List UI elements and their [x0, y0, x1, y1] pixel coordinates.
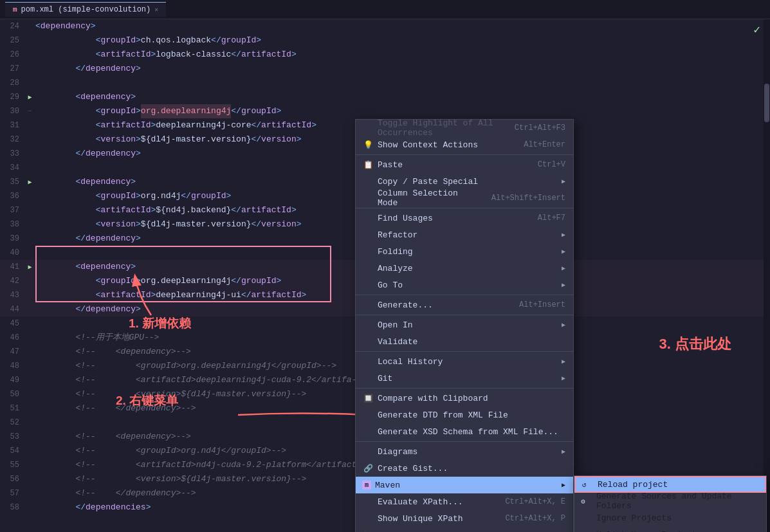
menu-item-unique-xpath[interactable]: Show Unique XPath Ctrl+Alt+X, P — [356, 510, 573, 527]
code-line: <!-- <artifactId>deeplearning4j-cuda-9.2… — [35, 373, 367, 387]
line-number: 47 — [0, 347, 24, 356]
code-line: <!-- </dependency>--> — [35, 486, 196, 500]
line-number: 56 — [0, 475, 24, 484]
code-line: <artifactId>deeplearning4j-core</artifac… — [35, 118, 316, 133]
code-line: <version>${dl4j-master.version}</version… — [35, 217, 302, 232]
line-number: 54 — [0, 446, 24, 455]
menu-item-find-usages[interactable]: Find Usages Alt+F7 — [356, 210, 573, 226]
menu-item-validate[interactable]: Validate — [356, 333, 573, 350]
code-line: <!-- <version>${dl4j-master.version}--> — [35, 387, 306, 401]
menu-item-goto[interactable]: Go To ▶ — [356, 277, 573, 293]
gist-icon: 🔗 — [362, 464, 374, 473]
code-line: <groupId>ch.qos.logback</groupId> — [35, 33, 261, 48]
arrow-icon: ▶ — [562, 248, 565, 255]
submenu-item-label: Reload project — [598, 480, 668, 490]
menu-item-open-in[interactable]: Open In ▶ — [356, 316, 573, 333]
menu-item-generate-xsd[interactable]: Generate XSD Schema from XML File... — [356, 423, 573, 440]
menu-item-toggle-highlight[interactable]: Toggle Highlight of All Occurrences Ctrl… — [356, 120, 573, 136]
line-number: 28 — [0, 78, 24, 87]
table-row: 30 − <groupId>org.deeplearning4j</groupI… — [0, 104, 770, 118]
menu-item-label: Copy / Paste Special — [378, 177, 559, 187]
menu-item-column-selection[interactable]: Column Selection Mode Alt+Shift+Insert — [356, 190, 573, 206]
menu-item-label: Column Selection Mode — [378, 188, 479, 208]
code-line: <dependency> — [35, 175, 136, 189]
table-row: 24 <dependency> — [0, 19, 770, 33]
gutter-icons: ▶ — [24, 178, 35, 186]
menu-item-evaluate-xpath[interactable]: Evaluate XPath... Ctrl+Alt+X, E — [356, 493, 573, 510]
tab-close-button[interactable]: ✕ — [154, 6, 158, 14]
menu-item-label: Paste — [378, 160, 525, 170]
code-line: <groupId>org.deeplearning4j</groupId> — [35, 274, 281, 288]
arrow-icon: ▶ — [562, 321, 565, 329]
scrollbar-thumb[interactable] — [764, 84, 769, 122]
code-line: <!-- <groupId>org.deeplearning4j</groupI… — [35, 359, 336, 373]
menu-item-label: Local History — [378, 357, 559, 367]
menu-item-generate[interactable]: Generate... Alt+Insert — [356, 297, 573, 313]
line-number: 48 — [0, 362, 24, 371]
line-number: 45 — [0, 319, 24, 328]
menu-item-generate-dtd[interactable]: Generate DTD from XML File — [356, 407, 573, 423]
code-line: <artifactId>${nd4j.backend}</artifactId> — [35, 203, 297, 217]
status-indicator: ✓ — [753, 23, 760, 37]
menu-item-label: Maven — [375, 481, 559, 490]
menu-item-create-gist[interactable]: 🔗 Create Gist... — [356, 460, 573, 477]
line-number: 42 — [0, 277, 24, 286]
menu-separator — [356, 388, 573, 389]
code-line: <!-- </dependency>--> — [35, 401, 196, 416]
menu-separator — [356, 315, 573, 315]
menu-item-context-actions[interactable]: 💡 Show Context Actions Alt+Enter — [356, 136, 573, 153]
arrow-icon: ▶ — [562, 448, 565, 455]
table-row: 27 </dependency> — [0, 62, 770, 76]
line-number: 51 — [0, 404, 24, 413]
line-number: 40 — [0, 248, 24, 257]
menu-separator — [356, 351, 573, 352]
lightbulb-icon: 💡 — [362, 140, 374, 150]
menu-item-git[interactable]: Git ▶ — [356, 370, 573, 387]
code-line: <dependency> — [35, 90, 136, 104]
menu-item-copy-paste-special[interactable]: Copy / Paste Special ▶ — [356, 173, 573, 190]
code-line: <dependency> — [35, 19, 96, 33]
menu-item-label: Analyze — [378, 264, 559, 273]
title-bar: m pom.xml (simple-convolution) ✕ — [0, 0, 770, 19]
submenu-item-label: Unlink Maven Projects — [596, 530, 702, 533]
code-line: </dependencies> — [35, 500, 151, 515]
line-number: 30 — [0, 107, 24, 116]
menu-item-ant-build[interactable]: 🐜 Add as Ant Build File — [356, 527, 573, 532]
editor-tab[interactable]: m pom.xml (simple-convolution) ✕ — [5, 2, 166, 17]
submenu-item-reload[interactable]: ↺ Reload project — [574, 476, 766, 493]
menu-item-compare-clipboard[interactable]: 🔲 Compare with Clipboard — [356, 390, 573, 407]
code-line: <!-- <dependency>--> — [35, 345, 191, 359]
menu-item-local-history[interactable]: Local History ▶ — [356, 353, 573, 370]
menu-item-label: Generate DTD from XML File — [378, 410, 565, 420]
code-line: </dependency> — [35, 232, 141, 246]
line-number: 37 — [0, 206, 24, 215]
menu-item-analyze[interactable]: Analyze ▶ — [356, 260, 573, 277]
submenu-item-unlink[interactable]: — Unlink Maven Projects — [574, 526, 766, 532]
code-line: </dependency> — [35, 302, 141, 316]
menu-item-paste[interactable]: 📋 Paste Ctrl+V — [356, 156, 573, 173]
compare-icon: 🔲 — [362, 394, 374, 403]
gutter-icons: ▶ — [24, 263, 35, 271]
menu-item-folding[interactable]: Folding ▶ — [356, 243, 573, 260]
menu-item-label: Diagrams — [378, 447, 559, 457]
menu-item-refactor[interactable]: Refactor ▶ — [356, 226, 573, 243]
reload-icon: ↺ — [582, 481, 594, 489]
menu-shortcut: Alt+Shift+Insert — [491, 194, 565, 203]
menu-item-maven[interactable]: m Maven ▶ ↺ Reload project ⚙ Generate So… — [356, 477, 573, 493]
code-line: <artifactId>logback-classic</artifactId> — [35, 48, 297, 62]
submenu-item-label: Generate Sources and Update Folders — [596, 491, 758, 511]
maven-submenu[interactable]: ↺ Reload project ⚙ Generate Sources and … — [574, 475, 767, 532]
menu-item-diagrams[interactable]: Diagrams ▶ — [356, 443, 573, 460]
menu-item-label: Create Gist... — [378, 464, 565, 473]
scrollbar[interactable] — [764, 19, 770, 532]
line-number: 58 — [0, 503, 24, 512]
context-menu[interactable]: Toggle Highlight of All Occurrences Ctrl… — [355, 119, 574, 532]
submenu-item-ignore-projects[interactable]: Ignore Projects — [574, 509, 766, 526]
editor-area: 24 <dependency> 25 <groupId>ch.qos.logba… — [0, 19, 770, 532]
code-line: <!-- <artifactId>nd4j-cuda-9.2-platform<… — [35, 458, 387, 472]
gutter-icons: − — [24, 108, 35, 115]
submenu-item-generate-sources[interactable]: ⚙ Generate Sources and Update Folders — [574, 493, 766, 509]
arrow-icon: ▶ — [562, 358, 565, 365]
line-number: 25 — [0, 36, 24, 45]
menu-item-label: Folding — [378, 247, 559, 257]
